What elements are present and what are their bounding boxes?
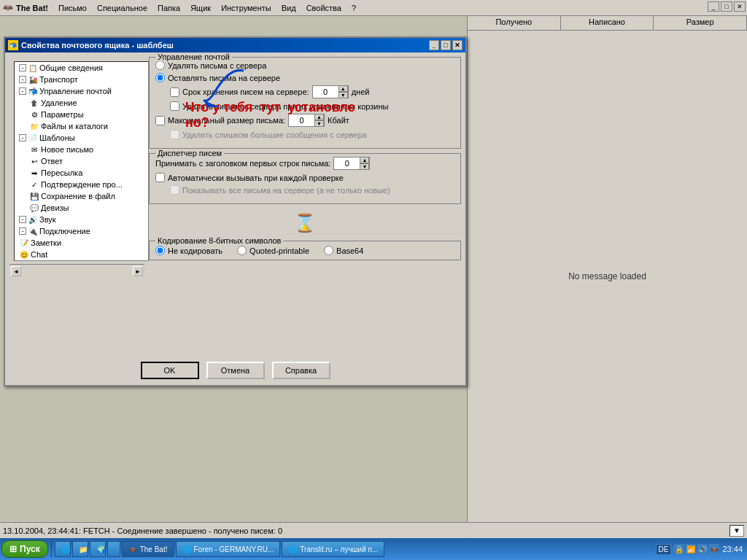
- quick-launch-ie[interactable]: 🌐: [55, 541, 71, 557]
- tree-item-new-mail[interactable]: ✉ Новое письмо: [15, 144, 148, 155]
- minimize-button[interactable]: _: [708, 1, 719, 12]
- check-delete-from-trash[interactable]: [170, 101, 179, 111]
- tree-item-transport[interactable]: - 🚂 Транспорт: [15, 74, 148, 85]
- icon-general: 📋: [28, 63, 38, 73]
- check-max-size-label[interactable]: Максимальный размер письма:: [155, 116, 285, 125]
- max-size-up[interactable]: ▲: [314, 114, 324, 120]
- keep-days-down[interactable]: ▼: [338, 92, 348, 98]
- radio-base64[interactable]: [324, 246, 333, 255]
- check-show-all[interactable]: [170, 185, 179, 195]
- menu-instrumenty[interactable]: Инструменты: [217, 2, 276, 14]
- left-panel: 📬 Свойства почтового ящика - шаблбеш _ □…: [0, 16, 467, 522]
- app-title: 🦇 The Bat!: [3, 3, 48, 12]
- tree-item-files[interactable]: 📁 Файлы и каталоги: [15, 120, 148, 132]
- maximize-button[interactable]: □: [721, 1, 732, 12]
- check-auto-invoke[interactable]: [155, 173, 165, 182]
- check-auto-invoke-label[interactable]: Автоматически вызывать при каждой провер…: [155, 173, 344, 182]
- tree-item-chat[interactable]: 😊 Chat: [15, 249, 148, 260]
- radio-delete-from-server[interactable]: [155, 61, 165, 70]
- menu-help[interactable]: ?: [347, 2, 360, 14]
- tree-item-sound[interactable]: - 🔊 Звук: [15, 214, 148, 225]
- check-delete-large-label[interactable]: Удалять слишком большие сообщения с серв…: [170, 130, 367, 139]
- menu-yashchik[interactable]: Ящик: [186, 2, 215, 14]
- tree-item-connection[interactable]: - 🔌 Подключение: [15, 225, 148, 237]
- tree-item-mail-management[interactable]: - 📬 Управление почтой: [15, 85, 148, 97]
- check-show-all-label[interactable]: Показывать все письма на сервере (а не т…: [170, 185, 390, 195]
- tree-item-confirm[interactable]: ✓ Подтверждение про...: [15, 179, 148, 190]
- expand-sound[interactable]: -: [19, 216, 26, 223]
- taskbar-translit[interactable]: 🌐 Translit.ru – лучший п...: [282, 541, 384, 557]
- tree-item-delete[interactable]: 🗑 Удаление: [15, 97, 148, 109]
- expand-connection[interactable]: -: [19, 228, 26, 235]
- encoding-row: Не кодировать Quoted-printable Base64: [155, 246, 454, 255]
- expand-templates[interactable]: -: [19, 134, 26, 141]
- right-panel: Получено Написано Размер No message load…: [467, 16, 747, 522]
- radio-base64-label[interactable]: Base64: [324, 246, 363, 255]
- icon-chat: 😊: [19, 249, 29, 260]
- radio-leave-on-server[interactable]: [155, 73, 165, 82]
- radio-delete-from-server-label[interactable]: Удалять письма с сервера: [155, 61, 266, 70]
- tree-item-forward[interactable]: ➡ Пересылка: [15, 167, 148, 179]
- tree-item-reply[interactable]: ↩ Ответ: [15, 155, 148, 167]
- menu-svoystva[interactable]: Свойства: [302, 2, 346, 14]
- check-keep-days[interactable]: [170, 88, 179, 97]
- accept-headers-input[interactable]: [334, 159, 360, 168]
- check-delete-large[interactable]: [170, 130, 179, 139]
- icon-new-mail: ✉: [29, 144, 39, 155]
- radio-no-encode[interactable]: [155, 246, 165, 255]
- keep-days-input[interactable]: [313, 88, 338, 96]
- dialog-close-button[interactable]: ✕: [452, 40, 462, 50]
- tree-item-notes[interactable]: 📝 Заметки: [15, 237, 148, 249]
- check-keep-days-label[interactable]: Срок хранения писем на сервере:: [170, 88, 309, 97]
- column-headers: Получено Написано Размер: [468, 16, 747, 31]
- taskbar-foren[interactable]: 🌐 Foren - GERMANY.RU...: [176, 541, 281, 557]
- accept-headers-up[interactable]: ▲: [360, 157, 369, 163]
- tree-item-general[interactable]: - 📋 Общие сведения: [15, 62, 148, 74]
- check-delete-from-trash-label[interactable]: Удалять письма с сервера при их удалении…: [170, 101, 388, 111]
- taskbar-thebat[interactable]: 🦇 The Bat!: [122, 541, 174, 557]
- help-button[interactable]: Справка: [272, 362, 330, 379]
- tree-item-templates[interactable]: - 📄 Шаблоны: [15, 132, 148, 144]
- radio-qp-label[interactable]: Quoted-printable: [237, 246, 309, 255]
- max-size-down[interactable]: ▼: [314, 120, 324, 127]
- cancel-button[interactable]: Отмена: [206, 362, 265, 379]
- max-size-input[interactable]: [289, 116, 314, 125]
- status-dropdown[interactable]: ▼: [729, 525, 744, 537]
- foren-icon: 🌐: [182, 545, 191, 553]
- ok-button[interactable]: OK: [141, 362, 199, 379]
- check-max-size[interactable]: [155, 116, 165, 125]
- radio-no-encode-label[interactable]: Не кодировать: [155, 246, 222, 255]
- icon-connection: 🔌: [28, 226, 38, 236]
- tray-icon-3: 🔊: [697, 544, 708, 554]
- tree-item-save-to-file[interactable]: 💾 Сохранение в файл: [15, 190, 148, 202]
- icon-files: 📁: [29, 121, 39, 131]
- radio-quoted-printable[interactable]: [237, 246, 247, 255]
- start-button[interactable]: ⊞ Пуск: [1, 540, 48, 558]
- close-button[interactable]: ✕: [734, 1, 746, 12]
- quick-launch-browser2[interactable]: 🌍: [90, 541, 106, 557]
- accept-headers-spinbox[interactable]: ▲ ▼: [333, 157, 370, 170]
- scroll-left-arrow[interactable]: ◄: [11, 266, 21, 276]
- scroll-right-arrow[interactable]: ►: [133, 266, 143, 276]
- keep-days-up[interactable]: ▲: [338, 85, 348, 92]
- radio-leave-on-server-label[interactable]: Оставлять письма на сервере: [155, 73, 280, 82]
- expand-transport[interactable]: -: [19, 76, 26, 83]
- accept-headers-down[interactable]: ▼: [360, 163, 369, 170]
- menu-papka[interactable]: Папка: [153, 2, 185, 14]
- quick-launch-folder[interactable]: 📁: [72, 541, 88, 557]
- app-icon: 🦇: [3, 3, 13, 12]
- dialog-minimize-button[interactable]: _: [429, 40, 439, 50]
- max-size-spin-buttons: ▲ ▼: [314, 114, 324, 127]
- keep-days-spinbox[interactable]: ▲ ▼: [312, 85, 349, 98]
- menu-spetsialnoe[interactable]: Специальное: [93, 2, 152, 14]
- expand-mail[interactable]: -: [19, 88, 26, 95]
- tree-item-devizes[interactable]: 💬 Девизы: [15, 202, 148, 214]
- encoding-title: Кодирование 8-битных символов: [155, 236, 283, 245]
- menu-pismo[interactable]: Письмо: [54, 2, 91, 14]
- dialog-maximize-button[interactable]: □: [441, 40, 451, 50]
- expand-general[interactable]: -: [19, 64, 26, 71]
- tree-item-params[interactable]: ⚙ Параметры: [15, 109, 148, 120]
- menu-vid[interactable]: Вид: [277, 2, 301, 14]
- max-size-spinbox[interactable]: ▲ ▼: [288, 114, 325, 127]
- icon-mail: 📬: [28, 86, 38, 96]
